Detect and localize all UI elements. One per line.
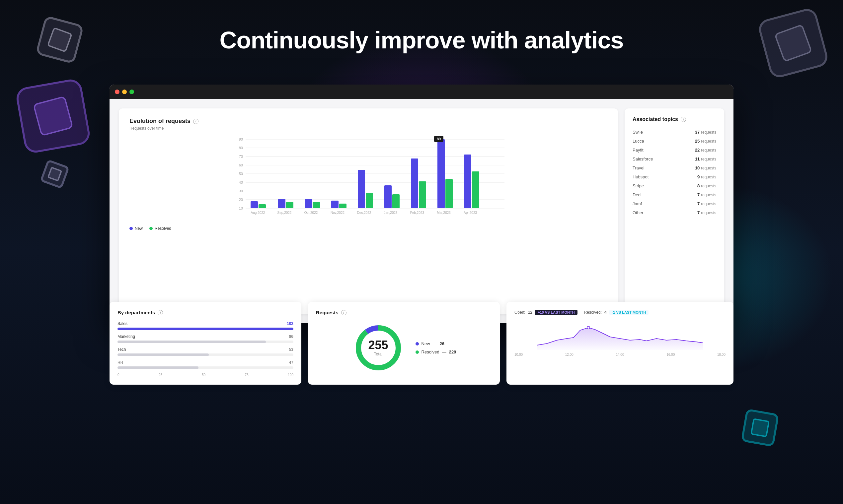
evolution-chart-panel: Evolution of requests i Requests over ti… xyxy=(119,108,618,314)
topic-row: Salesforce11 requests xyxy=(633,155,716,163)
svg-rect-30 xyxy=(411,159,418,208)
svg-text:Dec,2022: Dec,2022 xyxy=(357,211,372,215)
donut-center: 255 Total xyxy=(368,339,388,357)
activity-panel: Open: 12 +10 VS LAST MONTH Resolved: 4 -… xyxy=(506,302,734,385)
donut-legend-new: New — 26 xyxy=(415,341,457,346)
evolution-chart-subtitle: Requests over time xyxy=(130,126,607,131)
department-row: Tech 53 xyxy=(118,347,293,356)
svg-text:30: 30 xyxy=(239,189,243,193)
requests-title: Requests i xyxy=(316,310,492,315)
browser-titlebar xyxy=(109,85,734,99)
svg-text:80: 80 xyxy=(239,146,243,150)
topic-row: Deel7 requests xyxy=(633,190,716,199)
hero-title: Continuously improve with analytics xyxy=(219,26,623,54)
legend-dot-resolved xyxy=(149,227,153,230)
decorative-shape-2 xyxy=(15,77,91,155)
browser-dot-yellow[interactable] xyxy=(122,90,127,94)
svg-text:70: 70 xyxy=(239,155,243,159)
svg-rect-32 xyxy=(437,139,445,208)
department-row: HR 47 xyxy=(118,360,293,369)
browser-dot-green[interactable] xyxy=(130,90,134,94)
topic-row: Travel10 requests xyxy=(633,163,716,173)
svg-text:Jan,2023: Jan,2023 xyxy=(384,211,398,215)
donut-legend: New — 26 Resolved — 229 xyxy=(415,341,457,355)
topics-panel: Associated topics i Swile37 requestsLucc… xyxy=(625,108,724,314)
svg-text:Oct,2022: Oct,2022 xyxy=(304,211,318,215)
svg-rect-37 xyxy=(472,172,479,208)
topics-list: Swile37 requestsLucca25 requestsPayfit22… xyxy=(633,128,716,217)
department-row: Marketing 86 xyxy=(118,334,293,343)
svg-rect-18 xyxy=(251,201,258,208)
resolved-badge: -1 VS LAST MONTH xyxy=(609,310,649,315)
bottom-panels: By departments i Sales 102 Marketing 86 … xyxy=(109,302,734,385)
svg-rect-28 xyxy=(384,185,392,208)
svg-rect-19 xyxy=(259,204,266,208)
svg-rect-27 xyxy=(366,193,373,208)
topics-info-icon[interactable]: i xyxy=(681,117,686,122)
departments-panel: By departments i Sales 102 Marketing 86 … xyxy=(109,302,302,385)
browser-dot-red[interactable] xyxy=(115,90,119,94)
activity-svg xyxy=(514,320,725,350)
evolution-chart-area: 90 80 70 60 50 40 30 20 10 xyxy=(130,136,607,222)
evolution-chart-title: Evolution of requests i xyxy=(130,118,607,125)
svg-text:Mar,2023: Mar,2023 xyxy=(437,211,451,215)
topic-row: Swile37 requests xyxy=(633,128,716,137)
svg-rect-21 xyxy=(286,202,293,208)
svg-rect-20 xyxy=(278,199,286,208)
topic-row: Lucca25 requests xyxy=(633,137,716,146)
svg-rect-24 xyxy=(331,201,339,208)
svg-rect-36 xyxy=(464,155,471,208)
departments-title: By departments i xyxy=(118,310,293,315)
activity-header: Open: 12 +10 VS LAST MONTH Resolved: 4 -… xyxy=(514,310,725,315)
svg-text:Sep,2022: Sep,2022 xyxy=(277,211,292,215)
svg-text:Feb,2023: Feb,2023 xyxy=(410,211,425,215)
svg-rect-26 xyxy=(358,170,365,208)
evolution-chart-svg: 90 80 70 60 50 40 30 20 10 xyxy=(130,136,607,216)
requests-panel: Requests i 255 Total xyxy=(308,302,500,385)
decorative-shape-5 xyxy=(741,409,779,447)
topic-row: Payfit22 requests xyxy=(633,146,716,155)
svg-rect-31 xyxy=(419,181,426,208)
svg-text:40: 40 xyxy=(239,180,243,184)
departments-axis: 0255075100 xyxy=(118,373,293,377)
open-badge: +10 VS LAST MONTH xyxy=(535,310,578,315)
topic-row: Hubspot9 requests xyxy=(633,173,716,181)
svg-rect-22 xyxy=(305,199,312,208)
browser-window: Evolution of requests i Requests over ti… xyxy=(109,85,734,323)
donut-dot-resolved xyxy=(415,350,419,354)
topics-title: Associated topics i xyxy=(633,116,716,122)
topic-row: Stripe8 requests xyxy=(633,181,716,190)
department-row: Sales 102 xyxy=(118,321,293,330)
legend-dot-new xyxy=(130,227,133,230)
svg-text:90: 90 xyxy=(239,137,243,141)
svg-text:10: 10 xyxy=(239,206,243,210)
evolution-info-icon[interactable]: i xyxy=(193,119,199,124)
svg-text:20: 20 xyxy=(239,198,243,202)
activity-resolved: Resolved: 4 -1 VS LAST MONTH xyxy=(584,310,649,315)
donut-container: 255 Total New — 26 Resolved — 229 xyxy=(316,321,492,374)
activity-stats: Open: 12 +10 VS LAST MONTH Resolved: 4 -… xyxy=(514,310,725,315)
donut-legend-resolved: Resolved — 229 xyxy=(415,349,457,355)
legend-resolved: Resolved xyxy=(149,226,171,231)
departments-info-icon[interactable]: i xyxy=(158,310,163,315)
svg-text:50: 50 xyxy=(239,172,243,176)
svg-text:Apr,2023: Apr,2023 xyxy=(464,211,477,215)
legend-new: New xyxy=(130,226,143,231)
donut-dot-new xyxy=(415,342,419,345)
svg-text:60: 60 xyxy=(239,163,243,167)
svg-rect-25 xyxy=(339,203,346,208)
svg-point-50 xyxy=(587,326,590,329)
donut-wrapper: 255 Total xyxy=(352,321,405,374)
topic-row: Other7 requests xyxy=(633,208,716,217)
svg-text:Aug,2022: Aug,2022 xyxy=(251,211,265,215)
svg-rect-33 xyxy=(445,179,453,208)
svg-rect-23 xyxy=(313,202,320,208)
browser-content: Evolution of requests i Requests over ti… xyxy=(109,99,734,323)
svg-rect-29 xyxy=(392,194,400,208)
topic-row: Jamf7 requests xyxy=(633,199,716,208)
activity-open: Open: 12 +10 VS LAST MONTH xyxy=(514,310,578,315)
svg-text:89: 89 xyxy=(437,137,441,141)
requests-info-icon[interactable]: i xyxy=(341,310,346,315)
activity-axis: 10:0012:0014:0016:0018:00 xyxy=(514,353,725,357)
chart-legend: New Resolved xyxy=(130,226,607,231)
